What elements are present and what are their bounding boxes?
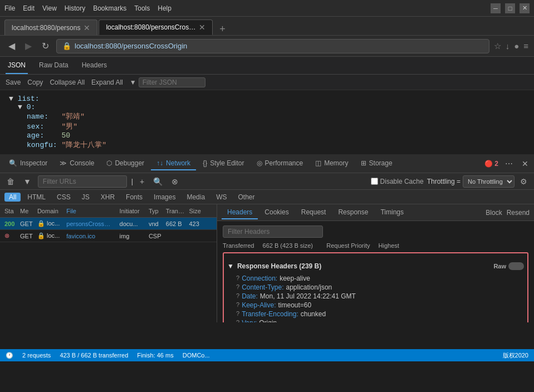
tab-1[interactable]: localhost:8080/personsCros… ✕ — [99, 19, 213, 35]
raw-switch[interactable] — [508, 262, 524, 270]
watermark-text: 版权2020 — [503, 351, 528, 360]
raw-label: Raw — [493, 263, 506, 270]
devtools-tab-console[interactable]: ≫ Console — [54, 157, 100, 170]
response-headers-title[interactable]: ▼ Response Headers (239 B) Raw — [227, 260, 524, 272]
filter-js[interactable]: JS — [77, 193, 94, 202]
throttle-select[interactable]: No Throttling — [463, 175, 515, 188]
close-button[interactable]: ✕ — [520, 3, 530, 13]
new-tab-button[interactable]: + — [216, 23, 229, 35]
debugger-icon: ⬡ — [106, 159, 112, 167]
devtools-tabs: 🔍 Inspector ≫ Console ⬡ Debugger ↑↓ Netw… — [0, 154, 534, 173]
filter-css[interactable]: CSS — [52, 193, 75, 202]
detail-tab-headers[interactable]: Headers — [222, 206, 258, 219]
json-line-1: ▼ 0: — [9, 103, 525, 111]
resp-header-1: ? Content-Type: application/json — [236, 283, 524, 291]
filter-urls-input[interactable] — [38, 175, 127, 188]
throttle-area: Throttling = No Throttling — [427, 175, 515, 188]
filter-toggle-button[interactable]: ▼ — [21, 176, 33, 187]
collapse-0-arrow[interactable]: ▼ — [18, 103, 22, 111]
account-icon[interactable]: ● — [514, 41, 519, 51]
save-button[interactable]: Save — [6, 79, 21, 86]
help-icon-0: ? — [236, 275, 239, 281]
disable-cache-label: Disable Cache — [380, 178, 424, 185]
menu-history[interactable]: History — [65, 4, 85, 12]
menu-icon[interactable]: ≡ — [523, 41, 528, 51]
filter-media[interactable]: Media — [182, 193, 209, 202]
filter-headers-input[interactable] — [223, 226, 323, 238]
style-editor-label: Style Editor — [210, 159, 244, 167]
network-settings-button[interactable]: ⚙ — [518, 176, 530, 187]
devtools-close-button[interactable]: ✕ — [520, 158, 531, 169]
devtools-tab-debugger[interactable]: ⬡ Debugger — [101, 157, 150, 170]
storage-icon: ⊞ — [361, 159, 366, 167]
filter-json-input[interactable] — [139, 77, 205, 87]
bookmark-icon[interactable]: ☆ — [494, 41, 501, 51]
tab-0-close[interactable]: ✕ — [84, 23, 90, 32]
clear-network-button[interactable]: 🗑 — [4, 176, 17, 187]
filter-all[interactable]: All — [4, 193, 21, 202]
menu-view[interactable]: View — [42, 4, 57, 12]
network-label: Network — [166, 159, 190, 167]
menu-bookmarks[interactable]: Bookmarks — [93, 4, 126, 12]
search-network-button[interactable]: 🔍 — [151, 176, 165, 187]
sync-icon[interactable]: ↓ — [506, 41, 510, 51]
json-tab-raw[interactable]: Raw Data — [37, 57, 71, 74]
menu-edit[interactable]: Edit — [23, 4, 35, 12]
json-tab-headers[interactable]: Headers — [80, 57, 109, 74]
devtools-tab-storage[interactable]: ⊞ Storage — [355, 157, 398, 170]
col-header-type: Typ — [146, 208, 164, 214]
disable-cache-checkbox[interactable] — [371, 178, 378, 185]
collapse-list-arrow[interactable]: ▼ — [9, 95, 13, 103]
separator-icon: | — [131, 178, 133, 185]
copy-button[interactable]: Copy — [27, 79, 43, 86]
devtools-tab-performance[interactable]: ◎ Performance — [251, 157, 309, 170]
response-headers-label: Response Headers (239 B) — [237, 262, 321, 270]
window-controls: ─ □ ✕ — [491, 3, 530, 13]
tab-0-label: localhost:8080/persons — [12, 24, 80, 32]
detail-tab-response[interactable]: Response — [332, 206, 374, 219]
expand-all-button[interactable]: Expand All — [91, 79, 123, 86]
devtools-more-button[interactable]: ⋯ — [503, 158, 515, 169]
console-label: Console — [70, 159, 94, 167]
detail-tab-timings[interactable]: Timings — [375, 206, 409, 219]
tab-0[interactable]: localhost:8080/persons ✕ — [4, 19, 97, 35]
json-tab-json[interactable]: JSON — [6, 57, 28, 74]
filter-type-bar: All HTML CSS JS XHR Fonts Images Media W… — [0, 190, 534, 204]
block-button[interactable]: Block — [486, 209, 502, 217]
reload-button[interactable]: ↻ — [39, 40, 52, 52]
back-button[interactable]: ◀ — [6, 40, 18, 52]
detail-tab-cookies[interactable]: Cookies — [259, 206, 294, 219]
url-bar[interactable]: 🔒 localhost:8080/personsCrossOrigin — [56, 39, 489, 53]
net-row-0[interactable]: 200 GET 🔒 loc... personsCrossOrigin docu… — [0, 218, 217, 230]
filter-xhr[interactable]: XHR — [96, 193, 119, 202]
devtools-tab-style-editor[interactable]: {} Style Editor — [197, 157, 249, 170]
network-split: Sta Me Domain File Initiator Typ Trans..… — [0, 204, 534, 322]
collapse-all-button[interactable]: Collapse All — [50, 79, 85, 86]
net-row-1[interactable]: ⊗ GET 🔒 loc... favicon.ico img CSP — [0, 230, 217, 242]
resend-button[interactable]: Resend — [507, 209, 530, 217]
menu-help[interactable]: Help — [158, 4, 172, 12]
throttling-label: Throttling = — [427, 178, 460, 185]
filter-fonts[interactable]: Fonts — [121, 193, 147, 202]
priority-label: Request Priority — [326, 242, 370, 249]
filter-ws[interactable]: WS — [212, 193, 231, 202]
block-network-button[interactable]: ⊗ — [169, 176, 180, 187]
filter-images[interactable]: Images — [149, 193, 180, 202]
filter-html[interactable]: HTML — [23, 193, 50, 202]
memory-icon: ◫ — [315, 159, 321, 167]
forward-button[interactable]: ▶ — [22, 40, 35, 52]
menu-file[interactable]: File — [4, 4, 15, 12]
help-icon-5: ? — [236, 319, 239, 322]
devtools-tab-network[interactable]: ↑↓ Network — [151, 157, 196, 170]
minimize-button[interactable]: ─ — [491, 3, 501, 13]
size-0: 423 — [187, 220, 210, 227]
devtools-tab-inspector[interactable]: 🔍 Inspector — [3, 157, 53, 170]
tab-1-close[interactable]: ✕ — [199, 23, 205, 32]
filter-other[interactable]: Other — [233, 193, 259, 202]
json-line-4: age: 50 — [9, 131, 525, 140]
devtools-tab-memory[interactable]: ◫ Memory — [310, 157, 354, 170]
detail-tab-request[interactable]: Request — [296, 206, 332, 219]
menu-tools[interactable]: Tools — [134, 4, 150, 12]
maximize-button[interactable]: □ — [505, 3, 515, 13]
add-filter-button[interactable]: + — [138, 176, 146, 187]
